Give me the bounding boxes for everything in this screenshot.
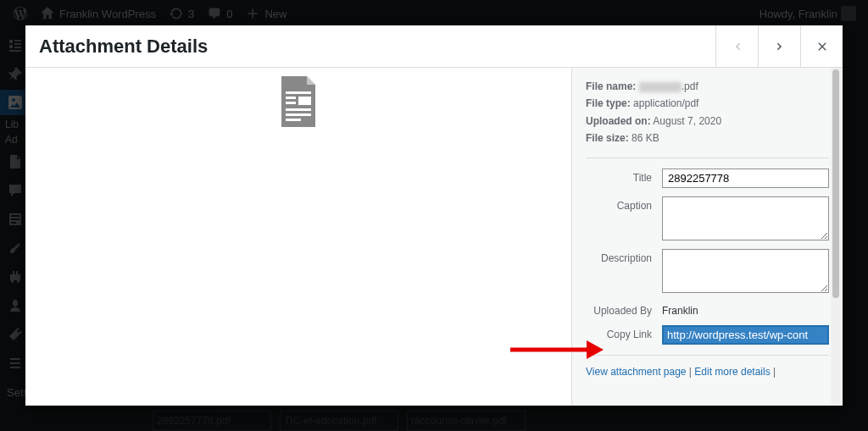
attachment-details-modal: Attachment Details File name: .pdf File … (25, 25, 843, 406)
media-preview-pane (25, 68, 571, 406)
scrollbar-thumb[interactable] (832, 69, 839, 298)
details-pane: File name: .pdf File type: application/p… (571, 68, 843, 406)
chevron-left-icon (732, 41, 743, 52)
filename-ext: .pdf (682, 80, 698, 92)
uploaded-by-label: Uploaded By (586, 301, 662, 317)
next-button[interactable] (758, 25, 800, 67)
chevron-right-icon (774, 41, 786, 52)
svg-marker-8 (587, 340, 604, 359)
title-label: Title (586, 169, 662, 184)
svg-rect-2 (298, 97, 311, 105)
description-textarea[interactable] (662, 249, 829, 293)
svg-rect-0 (286, 91, 311, 94)
copy-link-input[interactable] (662, 325, 829, 345)
divider (586, 355, 829, 356)
document-icon (278, 76, 319, 127)
annotation-arrow (510, 337, 604, 366)
modal-title: Attachment Details (39, 36, 208, 58)
uploaded-label: Uploaded on: (586, 115, 651, 127)
divider (586, 157, 829, 158)
svg-rect-6 (286, 119, 301, 121)
scrollbar[interactable] (831, 68, 841, 406)
svg-rect-3 (286, 102, 296, 104)
filesize-value: 86 KB (632, 132, 659, 144)
filesize-label: File size: (586, 132, 629, 144)
uploaded-by-value: Franklin (662, 301, 698, 317)
close-icon (816, 41, 828, 52)
action-links: View attachment page | Edit more details… (586, 366, 829, 378)
title-input[interactable] (662, 169, 829, 188)
filename-label: File name: (586, 80, 636, 92)
close-button[interactable] (800, 25, 843, 67)
filetype-value: application/pdf (633, 97, 698, 109)
edit-details-link[interactable]: Edit more details (694, 366, 770, 378)
prev-button[interactable] (715, 25, 758, 67)
svg-rect-5 (286, 113, 311, 116)
filename-redacted (639, 82, 682, 92)
uploaded-value: August 7, 2020 (653, 115, 721, 127)
svg-rect-1 (286, 97, 296, 99)
caption-textarea[interactable] (662, 196, 829, 240)
svg-rect-4 (286, 108, 311, 111)
filetype-label: File type: (586, 97, 631, 109)
modal-header: Attachment Details (25, 25, 843, 68)
caption-label: Caption (586, 196, 662, 212)
description-label: Description (586, 249, 662, 264)
view-attachment-link[interactable]: View attachment page (586, 366, 687, 378)
